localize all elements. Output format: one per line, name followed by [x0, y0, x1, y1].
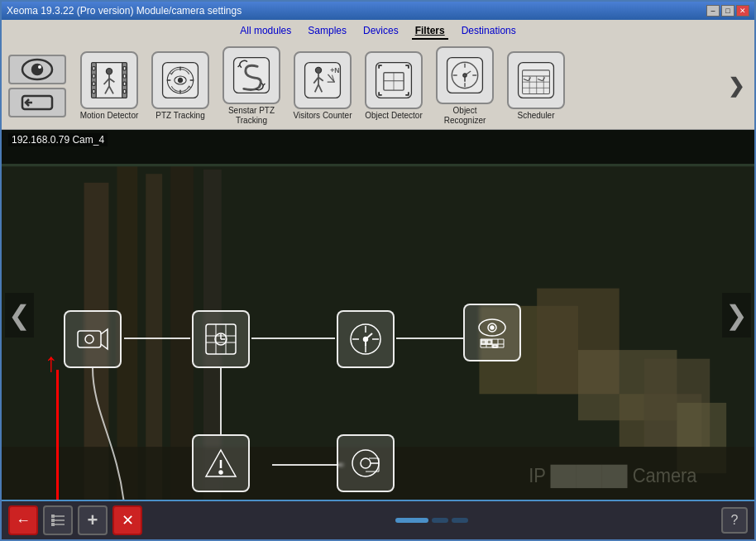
svg-point-27 — [315, 67, 321, 73]
svg-rect-106 — [493, 345, 497, 347]
camera-label: 192.168.0.79 Cam_4 — [8, 133, 108, 146]
svg-rect-10 — [93, 89, 95, 93]
object-recognizer-icon — [436, 46, 494, 104]
ptz-tracking-label: PTZ Tracking — [156, 111, 204, 121]
module-scheduler[interactable]: Scheduler — [503, 51, 569, 121]
window-controls: – □ ✕ — [706, 5, 749, 17]
svg-text:IP ██████ Camera: IP ██████ Camera — [529, 464, 697, 488]
svg-rect-124 — [51, 523, 55, 526]
object-recognizer-label: Object Recognizer — [432, 106, 498, 126]
svg-rect-25 — [234, 58, 270, 93]
svg-rect-9 — [93, 82, 95, 85]
svg-point-2 — [38, 65, 41, 69]
svg-rect-73 — [2, 130, 754, 165]
svg-rect-7 — [93, 67, 95, 70]
progress-dot-1 — [432, 518, 448, 523]
module-ptz-tracking[interactable]: PTZ Tracking — [147, 51, 213, 121]
module-object-detector[interactable]: Object Detector — [361, 51, 427, 121]
svg-rect-76 — [78, 331, 101, 347]
senstar-ptz-label: Senstar PTZ Tracking — [218, 106, 285, 126]
svg-rect-48 — [519, 63, 554, 98]
close-button[interactable]: ✕ — [736, 5, 749, 17]
main-window: Xeoma 19.3.22 (Pro version) Module/camer… — [0, 0, 756, 541]
module-visitors-counter[interactable]: +N Visitors Counter — [289, 51, 356, 121]
svg-rect-13 — [123, 82, 126, 85]
titlebar: Xeoma 19.3.22 (Pro version) Module/camer… — [2, 2, 754, 20]
prev-camera-arrow[interactable]: ❮ — [5, 293, 34, 338]
pipeline-alert[interactable] — [192, 434, 250, 492]
module-object-recognizer[interactable]: Object Recognizer — [432, 46, 498, 126]
bottom-progress — [395, 518, 468, 523]
red-line-indicator — [56, 370, 59, 500]
bottom-left-tools: ← + ✕ — [8, 505, 142, 535]
back-icon-btn[interactable] — [8, 88, 66, 117]
left-icons — [8, 55, 66, 117]
svg-point-96 — [490, 326, 494, 329]
tab-devices[interactable]: Devices — [360, 23, 402, 40]
svg-rect-123 — [51, 519, 55, 522]
svg-point-112 — [361, 458, 371, 468]
svg-point-24 — [179, 79, 183, 83]
minimize-button[interactable]: – — [706, 5, 720, 17]
svg-text:+N: +N — [330, 66, 339, 74]
svg-point-77 — [85, 335, 93, 343]
modules-row: Motion Detector — [2, 43, 754, 129]
list-button[interactable] — [43, 505, 73, 535]
module-motion-detector[interactable]: Motion Detector — [76, 51, 142, 121]
camera-area: IP ██████ Camera 192.168.0.79 Cam_4 ❮ ❯ … — [2, 130, 754, 500]
scheduler-label: Scheduler — [517, 111, 554, 121]
pipeline-object-detector[interactable] — [463, 304, 521, 361]
object-detector-label: Object Detector — [365, 111, 422, 121]
visitors-counter-label: Visitors Counter — [294, 111, 352, 121]
next-camera-arrow[interactable]: ❯ — [722, 293, 751, 338]
svg-point-93 — [364, 338, 368, 342]
bottom-toolbar: ← + ✕ — [2, 500, 754, 539]
add-button[interactable]: + — [78, 505, 108, 535]
tab-destinations[interactable]: Destinations — [458, 23, 519, 40]
svg-point-110 — [219, 471, 222, 474]
ptz-tracking-icon — [151, 51, 209, 109]
svg-point-15 — [106, 69, 112, 74]
help-button[interactable]: ? — [721, 507, 748, 534]
motion-detector-label: Motion Detector — [80, 111, 139, 121]
pipeline-scheduler[interactable] — [337, 310, 395, 368]
svg-rect-11 — [123, 67, 126, 70]
back-button[interactable]: ← — [8, 505, 38, 535]
svg-rect-122 — [51, 515, 55, 518]
tab-all-modules[interactable]: All modules — [237, 23, 294, 40]
svg-rect-105 — [481, 340, 486, 344]
senstar-ptz-icon — [222, 46, 280, 104]
progress-dot-2 — [452, 518, 468, 523]
visitors-counter-icon: +N — [294, 51, 352, 109]
scroll-right-arrow[interactable]: ❯ — [725, 74, 748, 98]
window-title: Xeoma 19.3.22 (Pro version) Module/camer… — [7, 5, 242, 17]
pipeline-camera-source[interactable] — [64, 310, 122, 368]
delete-button[interactable]: ✕ — [112, 505, 142, 535]
svg-rect-107 — [487, 340, 491, 344]
object-detector-icon — [365, 51, 423, 109]
motion-detector-icon — [80, 51, 138, 109]
scheduler-icon — [507, 51, 565, 109]
progress-dot-active — [395, 518, 428, 523]
svg-rect-12 — [123, 74, 126, 78]
pipeline-email[interactable] — [337, 434, 395, 492]
modules-scroll: Motion Detector — [76, 46, 721, 126]
maximize-button[interactable]: □ — [721, 5, 734, 17]
svg-rect-8 — [93, 74, 95, 78]
tab-samples[interactable]: Samples — [304, 23, 350, 40]
nav-area: All modules Samples Devices Filters Dest… — [2, 20, 754, 130]
nav-tabs: All modules Samples Devices Filters Dest… — [2, 23, 754, 40]
svg-point-47 — [463, 74, 467, 77]
module-senstar-ptz[interactable]: Senstar PTZ Tracking — [218, 46, 285, 126]
pipeline-motion-detector[interactable] — [192, 310, 250, 368]
tab-filters[interactable]: Filters — [412, 23, 448, 40]
svg-rect-14 — [123, 89, 126, 93]
eye-icon-btn[interactable] — [8, 55, 66, 84]
